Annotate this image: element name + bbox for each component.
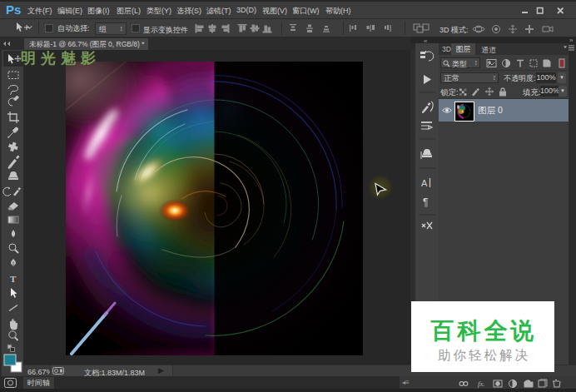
svg-text:¶: ¶ xyxy=(423,196,428,208)
svg-text:A: A xyxy=(421,178,428,188)
svg-text:fx.: fx. xyxy=(478,380,485,388)
svg-text:T: T xyxy=(10,274,17,284)
